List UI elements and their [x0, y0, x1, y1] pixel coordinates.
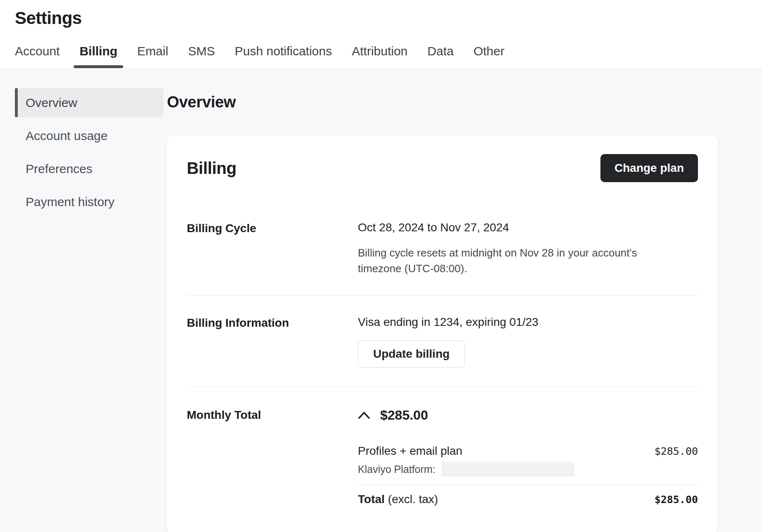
- grand-total-amount: $285.00: [655, 494, 698, 506]
- tab-sms[interactable]: SMS: [188, 44, 215, 69]
- change-plan-button[interactable]: Change plan: [600, 154, 698, 182]
- billing-information-row: Billing Information Visa ending in 1234,…: [187, 316, 698, 368]
- billing-settings-body: Overview Account usage Preferences Payme…: [0, 69, 762, 532]
- line-items: Profiles + email plan $285.00 Klaviyo Pl…: [358, 444, 698, 506]
- tab-account[interactable]: Account: [15, 44, 60, 69]
- grand-total-label-note: (excl. tax): [388, 493, 438, 506]
- tab-email[interactable]: Email: [137, 44, 168, 69]
- sidebar-item-payment-history[interactable]: Payment history: [15, 187, 164, 216]
- billing-cycle-description: Billing cycle resets at midnight on Nov …: [358, 245, 676, 276]
- tab-other[interactable]: Other: [474, 44, 505, 69]
- tab-attribution[interactable]: Attribution: [352, 44, 407, 69]
- tab-push-notifications[interactable]: Push notifications: [235, 44, 332, 69]
- monthly-total-summary: $285.00: [358, 408, 698, 423]
- billing-card: Billing Change plan Billing Cycle Oct 28…: [167, 136, 718, 532]
- monthly-total-amount: $285.00: [380, 408, 428, 423]
- monthly-total-row: Monthly Total $285.00: [187, 408, 698, 506]
- billing-cycle-value: Oct 28, 2024 to Nov 27, 2024: [358, 221, 698, 234]
- redacted-value: [441, 462, 574, 477]
- billing-sidebar: Overview Account usage Preferences Payme…: [0, 69, 165, 532]
- billing-information-label: Billing Information: [187, 316, 358, 368]
- divider: [187, 295, 698, 296]
- line-item-name: Profiles + email plan: [358, 444, 462, 458]
- tab-data[interactable]: Data: [427, 44, 453, 69]
- page-title: Settings: [15, 8, 762, 28]
- update-billing-button[interactable]: Update billing: [358, 340, 465, 368]
- overview-heading: Overview: [167, 93, 718, 111]
- billing-cycle-row: Billing Cycle Oct 28, 2024 to Nov 27, 20…: [187, 221, 698, 276]
- billing-information-value: Visa ending in 1234, expiring 01/23: [358, 316, 698, 329]
- grand-total-row: Total(excl. tax) $285.00: [358, 493, 698, 506]
- grand-total-label-text: Total: [358, 493, 385, 506]
- divider: [187, 387, 698, 387]
- divider: [358, 485, 698, 485]
- overview-panel: Overview Billing Change plan Billing Cyc…: [165, 69, 762, 532]
- line-item: Profiles + email plan $285.00: [358, 444, 698, 458]
- line-item-detail: Klaviyo Platform:: [358, 462, 698, 477]
- line-item-amount: $285.00: [655, 445, 698, 457]
- sidebar-item-overview[interactable]: Overview: [15, 88, 164, 117]
- settings-tab-bar: Account Billing Email SMS Push notificat…: [15, 44, 762, 69]
- line-item-detail-label: Klaviyo Platform:: [358, 463, 436, 475]
- monthly-total-label: Monthly Total: [187, 408, 358, 506]
- settings-header: Settings Account Billing Email SMS Push …: [0, 0, 762, 69]
- billing-cycle-label: Billing Cycle: [187, 221, 358, 276]
- billing-card-title: Billing: [187, 159, 236, 178]
- chevron-up-icon: [358, 411, 370, 419]
- tab-billing[interactable]: Billing: [79, 44, 117, 69]
- billing-card-header: Billing Change plan: [187, 154, 698, 182]
- grand-total-label: Total(excl. tax): [358, 493, 438, 506]
- collapse-toggle-button[interactable]: [358, 411, 370, 419]
- sidebar-item-account-usage[interactable]: Account usage: [15, 121, 164, 150]
- sidebar-item-preferences[interactable]: Preferences: [15, 154, 164, 183]
